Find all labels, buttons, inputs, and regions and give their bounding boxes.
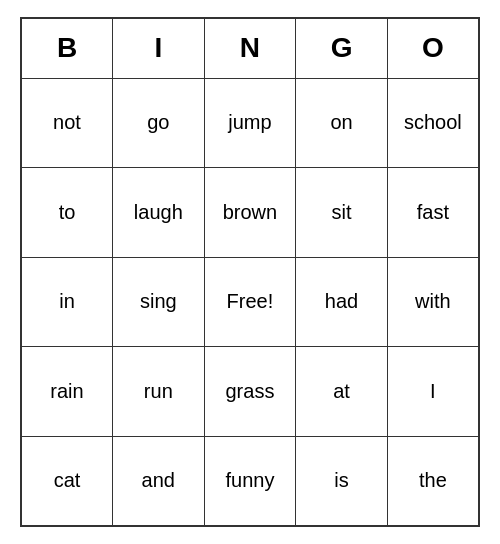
bingo-cell-r4-c4: the (387, 436, 479, 526)
bingo-cell-r2-c0: in (21, 257, 112, 347)
bingo-cell-r0-c1: go (112, 78, 204, 168)
bingo-cell-r0-c4: school (387, 78, 479, 168)
bingo-cell-r0-c0: not (21, 78, 112, 168)
bingo-header-g: G (296, 18, 387, 78)
bingo-cell-r3-c2: grass (204, 347, 296, 437)
bingo-cell-r4-c0: cat (21, 436, 112, 526)
bingo-cell-r2-c2: Free! (204, 257, 296, 347)
bingo-cell-r1-c0: to (21, 168, 112, 258)
bingo-header-n: N (204, 18, 296, 78)
bingo-cell-r4-c2: funny (204, 436, 296, 526)
bingo-cell-r2-c1: sing (112, 257, 204, 347)
bingo-cell-r2-c3: had (296, 257, 387, 347)
bingo-cell-r4-c3: is (296, 436, 387, 526)
bingo-row-4: catandfunnyisthe (21, 436, 479, 526)
bingo-cell-r3-c1: run (112, 347, 204, 437)
bingo-cell-r0-c2: jump (204, 78, 296, 168)
bingo-cell-r1-c2: brown (204, 168, 296, 258)
bingo-header-b: B (21, 18, 112, 78)
bingo-cell-r3-c3: at (296, 347, 387, 437)
bingo-cell-r3-c0: rain (21, 347, 112, 437)
bingo-row-2: insingFree!hadwith (21, 257, 479, 347)
bingo-row-3: rainrungrassatI (21, 347, 479, 437)
bingo-cell-r0-c3: on (296, 78, 387, 168)
bingo-cell-r1-c3: sit (296, 168, 387, 258)
bingo-header-o: O (387, 18, 479, 78)
bingo-cell-r1-c4: fast (387, 168, 479, 258)
bingo-card: BINGO notgojumponschooltolaughbrownsitfa… (20, 17, 480, 527)
bingo-cell-r2-c4: with (387, 257, 479, 347)
bingo-cell-r1-c1: laugh (112, 168, 204, 258)
bingo-row-0: notgojumponschool (21, 78, 479, 168)
bingo-row-1: tolaughbrownsitfast (21, 168, 479, 258)
bingo-header-i: I (112, 18, 204, 78)
bingo-cell-r3-c4: I (387, 347, 479, 437)
bingo-cell-r4-c1: and (112, 436, 204, 526)
